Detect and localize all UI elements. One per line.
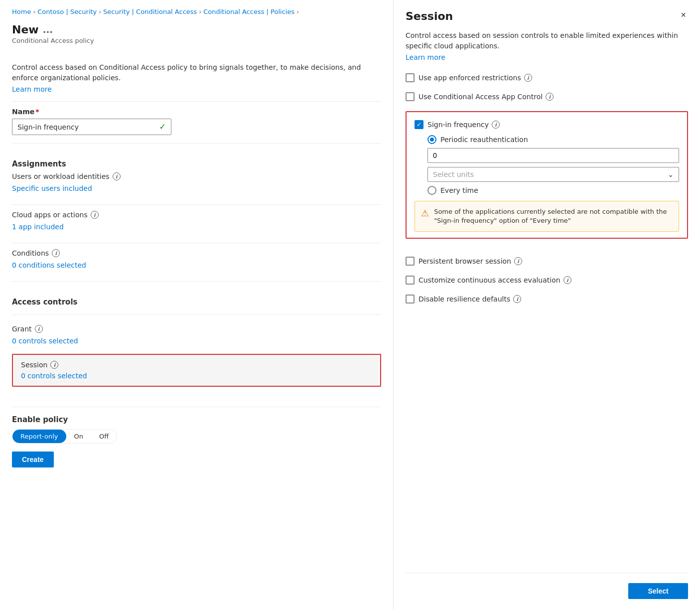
- page-title-ellipsis[interactable]: ...: [43, 24, 53, 35]
- ca-app-control-checkbox[interactable]: [406, 92, 415, 101]
- persistent-browser-info-icon[interactable]: i: [514, 257, 522, 265]
- ca-app-control-row: Use Conditional Access App Control i: [406, 90, 688, 103]
- enable-policy-section: Enable policy Report-only On Off Create: [12, 407, 381, 467]
- breadcrumb-policies[interactable]: Conditional Access | Policies: [203, 8, 294, 15]
- app-enforced-label: Use app enforced restrictions i: [419, 74, 532, 82]
- app-enforced-row: Use app enforced restrictions i: [406, 71, 688, 84]
- toggle-off[interactable]: Off: [91, 430, 117, 443]
- session-value[interactable]: 0 controls selected: [21, 372, 372, 380]
- page-subtitle: Conditional Access policy: [12, 37, 381, 44]
- freq-select-placeholder: Select units: [433, 170, 474, 178]
- grant-value[interactable]: 0 controls selected: [12, 335, 381, 349]
- cloud-apps-value[interactable]: 1 app included: [12, 221, 381, 235]
- breadcrumb-contoso[interactable]: Contoso | Security: [37, 8, 97, 15]
- app-enforced-info-icon[interactable]: i: [524, 74, 532, 82]
- breadcrumb: Home › Contoso | Security › Security | C…: [12, 8, 381, 15]
- disable-resilience-info-icon[interactable]: i: [513, 295, 521, 303]
- panel-footer: Select: [406, 573, 688, 599]
- page-title: New: [12, 23, 39, 36]
- warning-text: Some of the applications currently selec…: [434, 207, 673, 225]
- persistent-browser-row: Persistent browser session i: [406, 255, 688, 268]
- left-learn-more[interactable]: Learn more: [12, 85, 381, 93]
- access-controls-heading: Access controls: [12, 298, 381, 306]
- toggle-report-only[interactable]: Report-only: [12, 430, 66, 443]
- every-time-label: Every time: [440, 186, 478, 194]
- right-panel: Session × Control access based on sessio…: [394, 0, 700, 609]
- enable-policy-toggle[interactable]: Report-only On Off: [12, 429, 117, 444]
- freq-number-input[interactable]: [427, 148, 679, 163]
- signin-freq-checkbox[interactable]: [415, 120, 423, 129]
- freq-input-group: Select units ⌄: [427, 148, 679, 182]
- panel-close-button[interactable]: ×: [679, 10, 688, 20]
- warning-box: ⚠ Some of the applications currently sel…: [415, 201, 679, 232]
- signin-frequency-section: Sign-in frequency i Periodic reauthentic…: [406, 111, 688, 239]
- panel-learn-more[interactable]: Learn more: [406, 53, 688, 61]
- cloud-apps-label: Cloud apps or actions i: [12, 211, 381, 219]
- page-title-row: New ...: [12, 23, 381, 36]
- signin-freq-info-icon[interactable]: i: [492, 121, 500, 129]
- toggle-on[interactable]: On: [66, 430, 91, 443]
- users-label: Users or workload identities i: [12, 172, 381, 180]
- users-value[interactable]: Specific users included: [12, 182, 381, 196]
- periodic-radio[interactable]: [427, 135, 436, 144]
- disable-resilience-checkbox[interactable]: [406, 295, 415, 304]
- bottom-checkboxes: Persistent browser session i Customize c…: [406, 255, 688, 311]
- signin-freq-checkbox-row: Sign-in frequency i: [415, 118, 679, 131]
- name-checkmark-icon: ✓: [159, 122, 166, 132]
- chevron-down-icon: ⌄: [668, 170, 674, 178]
- breadcrumb-security-ca[interactable]: Security | Conditional Access: [103, 8, 197, 15]
- page-description: Control access based on Conditional Acce…: [12, 62, 381, 83]
- conditions-label: Conditions i: [12, 249, 381, 257]
- warning-triangle-icon: ⚠: [421, 208, 429, 225]
- persistent-browser-checkbox[interactable]: [406, 257, 415, 266]
- panel-header: Session ×: [406, 10, 688, 22]
- name-label: Name*: [12, 108, 381, 116]
- persistent-browser-label: Persistent browser session i: [419, 257, 522, 265]
- left-panel: Home › Contoso | Security › Security | C…: [0, 0, 394, 609]
- grant-label: Grant i: [12, 325, 381, 333]
- session-box[interactable]: Session i 0 controls selected: [12, 354, 381, 387]
- every-time-radio-row: Every time: [427, 186, 679, 195]
- create-button[interactable]: Create: [12, 452, 54, 467]
- cloud-apps-info-icon[interactable]: i: [91, 211, 99, 219]
- name-input-display[interactable]: Sign-in frequency ✓: [12, 119, 171, 135]
- continuous-access-info-icon[interactable]: i: [563, 276, 571, 284]
- continuous-access-checkbox[interactable]: [406, 276, 415, 285]
- periodic-radio-row: Periodic reauthentication: [427, 135, 679, 144]
- signin-freq-label: Sign-in frequency i: [427, 121, 500, 129]
- periodic-label: Periodic reauthentication: [440, 136, 528, 144]
- panel-description: Control access based on session controls…: [406, 30, 688, 51]
- ca-app-control-info-icon[interactable]: i: [546, 93, 554, 101]
- assignments-heading: Assignments: [12, 159, 381, 168]
- session-info-icon[interactable]: i: [50, 361, 58, 369]
- continuous-access-label: Customize continuous access evaluation i: [419, 276, 571, 284]
- select-button[interactable]: Select: [628, 583, 688, 599]
- grant-info-icon[interactable]: i: [35, 325, 43, 333]
- ca-app-control-label: Use Conditional Access App Control i: [419, 93, 554, 101]
- disable-resilience-label: Disable resilience defaults i: [419, 295, 521, 303]
- conditions-value[interactable]: 0 conditions selected: [12, 259, 381, 273]
- disable-resilience-row: Disable resilience defaults i: [406, 293, 688, 305]
- users-info-icon[interactable]: i: [113, 172, 121, 180]
- continuous-access-row: Customize continuous access evaluation i: [406, 274, 688, 287]
- panel-title: Session: [406, 10, 453, 22]
- conditions-info-icon[interactable]: i: [52, 249, 60, 257]
- freq-units-select[interactable]: Select units ⌄: [427, 167, 679, 182]
- breadcrumb-home[interactable]: Home: [12, 8, 31, 15]
- enable-policy-label: Enable policy: [12, 415, 381, 424]
- every-time-radio[interactable]: [427, 186, 436, 195]
- session-label-row: Session i: [21, 361, 372, 369]
- app-enforced-checkbox[interactable]: [406, 73, 415, 82]
